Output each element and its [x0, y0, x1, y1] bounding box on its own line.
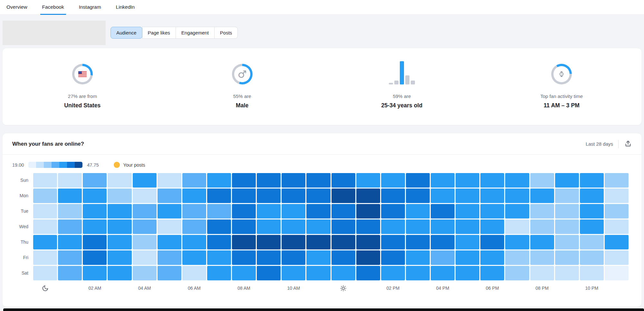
heatmap-cell[interactable]: [133, 250, 157, 265]
heatmap-cell[interactable]: [505, 235, 529, 249]
heatmap-cell[interactable]: [232, 219, 256, 234]
heatmap-cell[interactable]: [431, 250, 455, 265]
heatmap-cell[interactable]: [356, 189, 380, 203]
heatmap-cell[interactable]: [580, 204, 604, 219]
heatmap-cell[interactable]: [306, 219, 330, 234]
heatmap-cell[interactable]: [257, 173, 281, 188]
heatmap-cell[interactable]: [605, 250, 629, 265]
heatmap-cell[interactable]: [332, 219, 355, 234]
nav-tab-instagram[interactable]: Instagram: [77, 0, 103, 15]
heatmap-cell[interactable]: [108, 219, 131, 234]
heatmap-cell[interactable]: [232, 173, 256, 188]
heatmap-cell[interactable]: [58, 189, 82, 203]
heatmap-cell[interactable]: [257, 266, 281, 280]
heatmap-cell[interactable]: [282, 250, 305, 265]
heatmap-cell[interactable]: [306, 173, 330, 188]
heatmap-cell[interactable]: [158, 235, 181, 249]
heatmap-cell[interactable]: [555, 266, 579, 280]
heatmap-cell[interactable]: [406, 173, 430, 188]
heatmap-cell[interactable]: [332, 235, 355, 249]
heatmap-cell[interactable]: [257, 235, 281, 249]
heatmap-cell[interactable]: [406, 204, 430, 219]
heatmap-cell[interactable]: [58, 219, 82, 234]
heatmap-cell[interactable]: [158, 219, 181, 234]
heatmap-cell[interactable]: [83, 235, 107, 249]
heatmap-cell[interactable]: [332, 250, 355, 265]
heatmap-cell[interactable]: [83, 219, 107, 234]
heatmap-cell[interactable]: [480, 189, 504, 203]
heatmap-cell[interactable]: [207, 204, 231, 219]
heatmap-cell[interactable]: [431, 173, 455, 188]
heatmap-cell[interactable]: [182, 235, 206, 249]
date-range-label[interactable]: Last 28 days: [586, 141, 613, 147]
heatmap-cell[interactable]: [83, 250, 107, 265]
heatmap-cell[interactable]: [555, 204, 579, 219]
heatmap-cell[interactable]: [232, 189, 256, 203]
heatmap-cell[interactable]: [356, 266, 380, 280]
heatmap-cell[interactable]: [33, 266, 57, 280]
heatmap-cell[interactable]: [207, 266, 231, 280]
heatmap-cell[interactable]: [580, 219, 604, 234]
heatmap-cell[interactable]: [356, 204, 380, 219]
heatmap-cell[interactable]: [257, 189, 281, 203]
heatmap-cell[interactable]: [530, 189, 554, 203]
heatmap-cell[interactable]: [406, 266, 430, 280]
report-tab-engagement[interactable]: Engagement: [176, 27, 215, 39]
nav-tab-overview[interactable]: Overview: [5, 0, 29, 15]
heatmap-cell[interactable]: [381, 250, 405, 265]
heatmap-cell[interactable]: [207, 219, 231, 234]
heatmap-cell[interactable]: [356, 219, 380, 234]
heatmap-cell[interactable]: [133, 189, 157, 203]
heatmap-cell[interactable]: [530, 235, 554, 249]
heatmap-cell[interactable]: [257, 204, 281, 219]
heatmap-cell[interactable]: [356, 173, 380, 188]
heatmap-cell[interactable]: [133, 204, 157, 219]
heatmap-cell[interactable]: [555, 189, 579, 203]
heatmap-cell[interactable]: [480, 235, 504, 249]
heatmap-cell[interactable]: [33, 173, 57, 188]
heatmap-cell[interactable]: [431, 204, 455, 219]
heatmap-cell[interactable]: [505, 266, 529, 280]
heatmap-cell[interactable]: [182, 219, 206, 234]
heatmap-cell[interactable]: [580, 266, 604, 280]
heatmap-cell[interactable]: [480, 250, 504, 265]
heatmap-cell[interactable]: [58, 250, 82, 265]
heatmap-cell[interactable]: [207, 250, 231, 265]
heatmap-cell[interactable]: [406, 219, 430, 234]
heatmap-cell[interactable]: [33, 235, 57, 249]
heatmap-cell[interactable]: [530, 219, 554, 234]
heatmap-cell[interactable]: [133, 266, 157, 280]
heatmap-cell[interactable]: [207, 173, 231, 188]
heatmap-cell[interactable]: [108, 250, 131, 265]
heatmap-cell[interactable]: [158, 173, 181, 188]
heatmap-cell[interactable]: [158, 189, 181, 203]
nav-tab-facebook[interactable]: Facebook: [40, 0, 66, 15]
heatmap-cell[interactable]: [530, 266, 554, 280]
heatmap-cell[interactable]: [33, 219, 57, 234]
heatmap-cell[interactable]: [456, 235, 479, 249]
heatmap-cell[interactable]: [381, 189, 405, 203]
heatmap-cell[interactable]: [480, 266, 504, 280]
heatmap-cell[interactable]: [381, 204, 405, 219]
heatmap-cell[interactable]: [406, 250, 430, 265]
heatmap-cell[interactable]: [555, 235, 579, 249]
heatmap-cell[interactable]: [480, 204, 504, 219]
heatmap-cell[interactable]: [530, 204, 554, 219]
heatmap-cell[interactable]: [406, 189, 430, 203]
heatmap-cell[interactable]: [182, 189, 206, 203]
heatmap-cell[interactable]: [332, 204, 355, 219]
report-tab-audience[interactable]: Audience: [111, 27, 142, 39]
heatmap-cell[interactable]: [381, 219, 405, 234]
heatmap-cell[interactable]: [232, 250, 256, 265]
heatmap-cell[interactable]: [530, 173, 554, 188]
heatmap-cell[interactable]: [555, 219, 579, 234]
heatmap-cell[interactable]: [282, 189, 305, 203]
heatmap-cell[interactable]: [58, 266, 82, 280]
heatmap-cell[interactable]: [282, 204, 305, 219]
heatmap-cell[interactable]: [182, 266, 206, 280]
heatmap-cell[interactable]: [58, 204, 82, 219]
heatmap-cell[interactable]: [282, 235, 305, 249]
heatmap-cell[interactable]: [505, 219, 529, 234]
heatmap-cell[interactable]: [530, 250, 554, 265]
heatmap-cell[interactable]: [182, 204, 206, 219]
